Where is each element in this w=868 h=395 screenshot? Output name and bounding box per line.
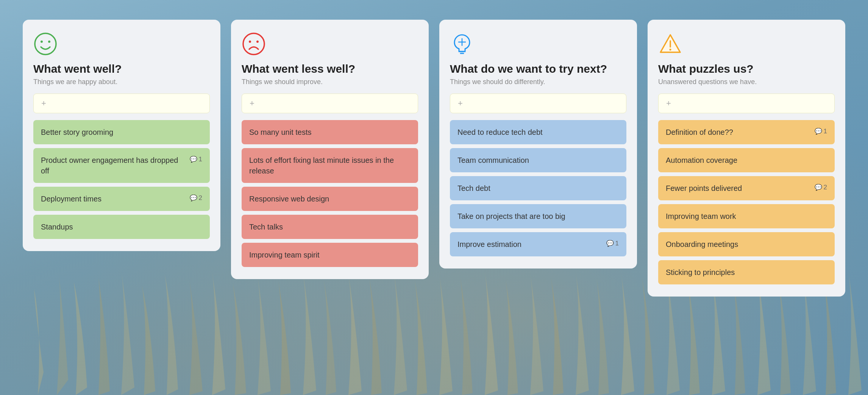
- comment-icon: 💬: [606, 239, 614, 248]
- card[interactable]: Tech talks: [242, 215, 418, 239]
- card-text: Definition of done??: [666, 127, 812, 137]
- svg-point-0: [35, 33, 56, 55]
- card-text: Standups: [41, 222, 202, 232]
- card-text: Improve estimation: [457, 239, 603, 250]
- card[interactable]: Team communication: [450, 148, 626, 172]
- column-went-well: What went well?Things we are happy about…: [23, 20, 220, 251]
- card[interactable]: Improving team spirit: [242, 243, 418, 267]
- card[interactable]: Need to reduce tech debt: [450, 120, 626, 144]
- svg-point-2: [48, 41, 50, 43]
- card-text: Better story grooming: [41, 127, 202, 137]
- svg-point-11: [670, 49, 671, 51]
- comment-icon: 💬: [190, 194, 197, 202]
- comment-badge: 💬2: [815, 183, 827, 192]
- card-text: So many unit tests: [249, 127, 411, 137]
- column-subtitle-puzzles: Unanswered questions we have.: [658, 78, 835, 86]
- sad-icon: [242, 32, 266, 56]
- column-went-less-well: What went less well?Things we should imp…: [231, 20, 429, 279]
- comment-icon: 💬: [190, 155, 197, 164]
- card-text: Need to reduce tech debt: [457, 127, 619, 137]
- column-header-went-well: What went well?Things we are happy about…: [33, 32, 210, 86]
- plus-icon: +: [250, 99, 254, 108]
- comment-badge: 💬1: [815, 127, 827, 136]
- card[interactable]: Automation coverage: [658, 148, 835, 172]
- plus-icon: +: [458, 99, 463, 108]
- column-title-went-well: What went well?: [33, 62, 210, 76]
- card[interactable]: Improving team work: [658, 204, 835, 228]
- cards-list-puzzles: Definition of done??💬1Automation coverag…: [658, 120, 835, 284]
- card[interactable]: Sticking to principles: [658, 260, 835, 284]
- card[interactable]: Product owner engagement has dropped off…: [33, 148, 210, 183]
- card[interactable]: Take on projects that are too big: [450, 204, 626, 228]
- comment-badge: 💬1: [190, 155, 202, 164]
- add-card-button-try-next[interactable]: +: [450, 94, 626, 113]
- column-title-went-less-well: What went less well?: [242, 62, 418, 76]
- card-text: Onboarding meetings: [666, 239, 827, 250]
- warning-icon: [658, 32, 682, 56]
- retro-board: What went well?Things we are happy about…: [0, 0, 868, 395]
- column-puzzles: What puzzles us?Unanswered questions we …: [648, 20, 845, 297]
- column-title-try-next: What do we want to try next?: [450, 62, 626, 76]
- column-subtitle-try-next: Things we should do differently.: [450, 78, 626, 86]
- card-text: Lots of effort fixing last minute issues…: [249, 155, 411, 176]
- comment-badge: 💬2: [190, 194, 202, 203]
- card-text: Fewer points delivered: [666, 183, 812, 194]
- comment-badge: 💬1: [606, 239, 619, 248]
- card[interactable]: Deployment times💬2: [33, 187, 210, 211]
- card-text: Team communication: [457, 155, 619, 165]
- svg-point-5: [256, 41, 259, 43]
- card-text: Product owner engagement has dropped off: [41, 155, 187, 176]
- cards-list-went-less-well: So many unit testsLots of effort fixing …: [242, 120, 418, 267]
- add-card-button-went-less-well[interactable]: +: [242, 94, 418, 113]
- smiley-icon: [33, 32, 58, 56]
- svg-point-4: [249, 41, 251, 43]
- card-text: Tech talks: [249, 222, 411, 232]
- column-subtitle-went-well: Things we are happy about.: [33, 78, 210, 86]
- column-try-next: What do we want to try next?Things we sh…: [439, 20, 637, 269]
- card[interactable]: Improve estimation💬1: [450, 232, 626, 256]
- comment-icon: 💬: [815, 127, 822, 136]
- card[interactable]: Fewer points delivered💬2: [658, 176, 835, 200]
- card[interactable]: Onboarding meetings: [658, 232, 835, 256]
- card-text: Responsive web design: [249, 194, 411, 204]
- column-header-puzzles: What puzzles us?Unanswered questions we …: [658, 32, 835, 86]
- cards-list-went-well: Better story groomingProduct owner engag…: [33, 120, 210, 239]
- bulb-icon: [450, 32, 474, 56]
- comment-icon: 💬: [815, 183, 822, 192]
- card-text: Improving team work: [666, 211, 827, 222]
- plus-icon: +: [666, 99, 671, 108]
- svg-point-3: [243, 33, 264, 55]
- column-header-went-less-well: What went less well?Things we should imp…: [242, 32, 418, 86]
- card[interactable]: Definition of done??💬1: [658, 120, 835, 144]
- card-text: Take on projects that are too big: [457, 211, 619, 222]
- cards-list-try-next: Need to reduce tech debtTeam communicati…: [450, 120, 626, 256]
- plus-icon: +: [41, 99, 46, 108]
- card[interactable]: Standups: [33, 215, 210, 239]
- card[interactable]: Better story grooming: [33, 120, 210, 144]
- card-text: Deployment times: [41, 194, 187, 204]
- card[interactable]: So many unit tests: [242, 120, 418, 144]
- svg-point-1: [41, 41, 43, 43]
- card-text: Sticking to principles: [666, 267, 827, 278]
- card-text: Automation coverage: [666, 155, 827, 165]
- card-text: Tech debt: [457, 183, 619, 194]
- card-text: Improving team spirit: [249, 250, 411, 260]
- card[interactable]: Tech debt: [450, 176, 626, 200]
- add-card-button-went-well[interactable]: +: [33, 94, 210, 113]
- column-title-puzzles: What puzzles us?: [658, 62, 835, 76]
- column-header-try-next: What do we want to try next?Things we sh…: [450, 32, 626, 86]
- card[interactable]: Lots of effort fixing last minute issues…: [242, 148, 418, 183]
- add-card-button-puzzles[interactable]: +: [658, 94, 835, 113]
- card[interactable]: Responsive web design: [242, 187, 418, 211]
- column-subtitle-went-less-well: Things we should improve.: [242, 78, 418, 86]
